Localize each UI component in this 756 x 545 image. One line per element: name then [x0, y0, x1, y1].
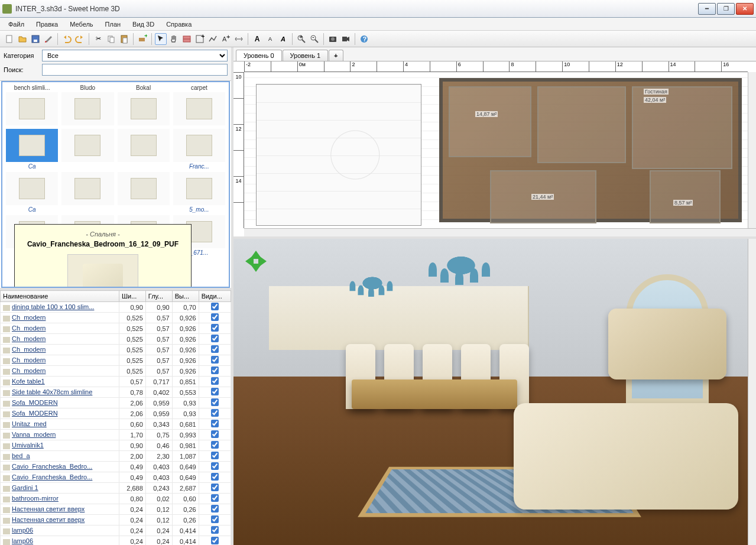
- table-row[interactable]: Sofa_MODERN2,060,9590,93: [1, 398, 231, 408]
- level-tab[interactable]: Уровень 1: [283, 50, 329, 61]
- cut-icon[interactable]: ✂: [92, 33, 104, 45]
- table-row[interactable]: Ch_modern0,5250,570,926: [1, 345, 231, 355]
- catalog-item[interactable]: carpet: [172, 85, 226, 126]
- visible-checkbox[interactable]: [211, 409, 219, 417]
- catalog-item[interactable]: Ca: [5, 171, 59, 213]
- create-label-icon[interactable]: [233, 33, 245, 45]
- bold-icon[interactable]: A: [277, 33, 289, 45]
- visible-checkbox[interactable]: [211, 420, 219, 427]
- maximize-button[interactable]: ❐: [717, 3, 735, 15]
- visible-checkbox[interactable]: [211, 388, 219, 395]
- table-row[interactable]: Sofa_MODERN2,060,9590,93: [1, 408, 231, 419]
- visible-checkbox[interactable]: [211, 526, 219, 534]
- increase-text-icon[interactable]: A: [251, 33, 263, 45]
- catalog-item[interactable]: bench slimli...: [5, 85, 59, 126]
- table-row[interactable]: Ch_modern0,5250,570,926: [1, 323, 231, 334]
- table-row[interactable]: lamp060,240,240,414: [1, 536, 231, 546]
- catalog-item[interactable]: [116, 128, 171, 170]
- visible-checkbox[interactable]: [211, 377, 219, 385]
- nav-left-icon[interactable]: [239, 255, 254, 267]
- menu-item[interactable]: Мебель: [64, 19, 99, 30]
- table-row[interactable]: Umivalnik10,900,460,981: [1, 440, 231, 451]
- view-3d[interactable]: [233, 239, 756, 545]
- plan-canvas[interactable]: 14,87 м² Гостиная 42,04 м² 21,44 м² 8,57…: [244, 72, 748, 228]
- table-row[interactable]: Cavio_Francheska_Bedro...0,490,4030,649: [1, 472, 231, 483]
- new-icon[interactable]: [4, 33, 15, 45]
- catalog-item[interactable]: [60, 128, 115, 170]
- add-level-tab[interactable]: +: [329, 50, 343, 61]
- search-input[interactable]: [42, 64, 228, 76]
- visible-checkbox[interactable]: [211, 515, 219, 523]
- column-header[interactable]: Глу...: [145, 291, 172, 302]
- table-row[interactable]: Side table 40x78cm slimline0,780,4020,55…: [1, 387, 231, 398]
- table-row[interactable]: Ch_modern0,5250,570,926: [1, 366, 231, 377]
- table-row[interactable]: Unitaz_med0,600,3430,681: [1, 419, 231, 430]
- category-select[interactable]: Все: [42, 50, 228, 61]
- visible-checkbox[interactable]: [211, 441, 219, 449]
- add-furniture-icon[interactable]: +: [137, 33, 148, 45]
- visible-checkbox[interactable]: [211, 537, 219, 544]
- zoom-in-icon[interactable]: +: [296, 33, 307, 45]
- visible-checkbox[interactable]: [211, 505, 219, 512]
- select-icon[interactable]: [155, 33, 167, 45]
- plan-panel[interactable]: -20м246810121416 101214 14,87 м² Гостина…: [233, 61, 756, 239]
- zoom-out-icon[interactable]: -: [309, 33, 320, 45]
- table-row[interactable]: Ch_modern0,5250,570,926: [1, 313, 231, 323]
- visible-checkbox[interactable]: [211, 366, 219, 374]
- table-row[interactable]: Vanna_modern1,700,750,993: [1, 430, 231, 440]
- close-button[interactable]: ✕: [736, 3, 754, 15]
- create-dimension-icon[interactable]: A+: [220, 33, 232, 45]
- plan-scroll-v[interactable]: [748, 72, 756, 228]
- undo-icon[interactable]: [61, 33, 73, 45]
- visible-checkbox[interactable]: [211, 462, 219, 470]
- catalog-item[interactable]: Ca: [5, 128, 59, 170]
- table-row[interactable]: bathroom-mirror0,800,020,60: [1, 494, 231, 504]
- column-header[interactable]: Вы...: [172, 291, 199, 302]
- menu-item[interactable]: Файл: [2, 19, 30, 30]
- video-icon[interactable]: [340, 33, 352, 45]
- table-row[interactable]: Ch_modern0,5250,570,926: [1, 355, 231, 366]
- visible-checkbox[interactable]: [211, 452, 219, 459]
- copy-icon[interactable]: [105, 33, 117, 45]
- table-row[interactable]: Настенная светит вверх0,240,120,26: [1, 504, 231, 515]
- visible-checkbox[interactable]: [211, 313, 219, 321]
- create-polyline-icon[interactable]: [207, 33, 219, 45]
- table-row[interactable]: Cavio_Francheska_Bedro...0,490,4030,649: [1, 462, 231, 472]
- column-header[interactable]: Види...: [199, 291, 231, 302]
- visible-checkbox[interactable]: [211, 484, 219, 491]
- table-row[interactable]: Настенная светит вверх0,240,120,26: [1, 515, 231, 525]
- plan-scroll-h[interactable]: [244, 228, 756, 236]
- column-header[interactable]: Наименование: [1, 291, 119, 302]
- catalog-item[interactable]: 5_mo...: [172, 171, 226, 213]
- visible-checkbox[interactable]: [211, 335, 219, 342]
- preferences-icon[interactable]: [43, 33, 54, 45]
- table-row[interactable]: Ch_modern0,5250,570,926: [1, 334, 231, 345]
- visible-checkbox[interactable]: [211, 345, 219, 353]
- minimize-button[interactable]: ━: [698, 3, 716, 15]
- menu-item[interactable]: Правка: [30, 19, 64, 30]
- pan-icon[interactable]: [168, 33, 180, 45]
- column-header[interactable]: Ши...: [119, 291, 145, 302]
- visible-checkbox[interactable]: [211, 356, 219, 364]
- create-rooms-icon[interactable]: +: [194, 33, 206, 45]
- save-icon[interactable]: [30, 33, 41, 45]
- nav-compass[interactable]: [239, 245, 272, 278]
- catalog-item[interactable]: Franc...: [172, 128, 226, 170]
- catalog-item[interactable]: Bludo: [60, 85, 115, 126]
- view3d-scroll-v[interactable]: [748, 239, 756, 545]
- catalog-item[interactable]: Bokal: [116, 85, 171, 126]
- menu-item[interactable]: Справка: [160, 19, 197, 30]
- decrease-text-icon[interactable]: A: [264, 33, 276, 45]
- redo-icon[interactable]: [74, 33, 86, 45]
- menu-item[interactable]: Вид 3D: [126, 19, 160, 30]
- visible-checkbox[interactable]: [211, 430, 219, 438]
- visible-checkbox[interactable]: [211, 473, 219, 481]
- table-row[interactable]: bed_a2,002,301,087: [1, 451, 231, 462]
- catalog-item[interactable]: [116, 171, 171, 213]
- table-row[interactable]: lamp060,240,240,414: [1, 525, 231, 536]
- visible-checkbox[interactable]: [211, 324, 219, 332]
- photo-icon[interactable]: [327, 33, 339, 45]
- paste-icon[interactable]: [118, 33, 130, 45]
- table-row[interactable]: Kofe table10,570,7170,851: [1, 377, 231, 387]
- visible-checkbox[interactable]: [211, 303, 219, 310]
